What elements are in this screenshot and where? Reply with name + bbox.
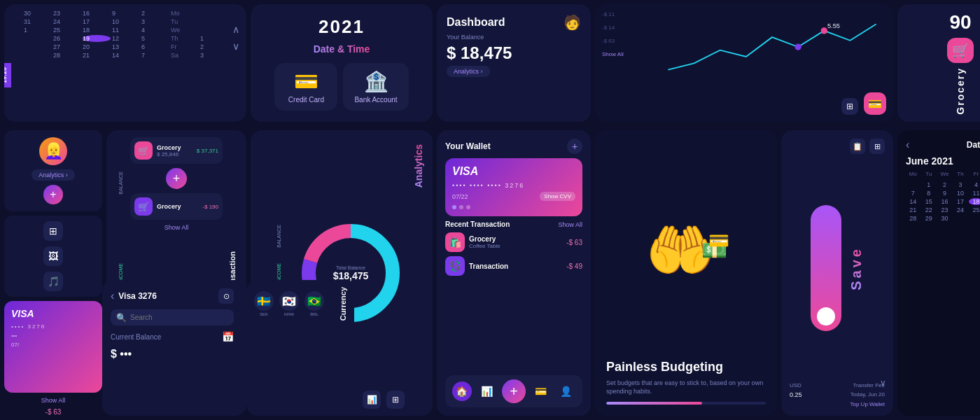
calendar-icon[interactable]: 📅 [222, 331, 234, 342]
line-chart-svg: 5.55 [630, 11, 893, 102]
currency-panel-partial: 🇸🇪 SEK 🇰🇷 KRW 🇧🇷 BRL Currency [246, 280, 354, 416]
visa3276-back[interactable]: ‹ [111, 290, 114, 302]
currency-title-label: Currency [339, 287, 347, 321]
txn-icon-1: 🛒 [134, 141, 153, 160]
analytics-title: Analytics [413, 144, 424, 188]
txn-amount-1: $ 37,371 [197, 148, 218, 154]
transfer-icon-1[interactable]: 📋 [850, 139, 865, 154]
txn-icon-2: 🛒 [134, 197, 153, 216]
chart-label-1: -$ 11 [602, 11, 624, 18]
txn-amount-2: -$ 190 [202, 204, 218, 210]
save-slider[interactable] [811, 205, 841, 331]
budgeting-panel: 🤲 💵 💳 Painless Budgeting Set budgets tha… [595, 130, 777, 416]
grocery-number: 90 [949, 11, 971, 34]
bottom-icon-2[interactable]: ⊞ [386, 391, 405, 409]
current-balance-label: Current Balance [111, 333, 161, 341]
dt-back-btn[interactable]: ‹ [906, 139, 909, 151]
txn-sub-1: $ 25,846 [157, 151, 192, 158]
chart-label-3: -$ 63 [602, 38, 624, 44]
bank-account-icon: 🏦 [364, 70, 388, 93]
nav-user[interactable]: 👤 [556, 382, 575, 401]
dt-month: June 2021 [906, 155, 953, 167]
nav-bar: 🏠 📊 + 💳 👤 [445, 375, 582, 407]
nav-icons-col: ⊞ 🖼 🎵 [4, 216, 102, 297]
transfer-icon-2[interactable]: ⊞ [869, 139, 885, 154]
grocery-panel: 90 🛒 Grocery [897, 4, 980, 122]
txn-row-icon-2: 💱 [445, 256, 465, 276]
balance-side-label: BALANCE [118, 172, 123, 195]
show-all-btn-txn[interactable]: Show All [130, 224, 223, 231]
credit-card-icon: 💳 [294, 70, 318, 93]
nav-card[interactable]: 💳 [531, 382, 551, 401]
card-number: •••• •••• •••• 3276 [452, 182, 575, 189]
add-wallet-btn[interactable]: + [567, 139, 582, 154]
datetime-label: Date & Time [314, 43, 370, 55]
today-date[interactable]: 18 [969, 198, 980, 205]
show-all-txn[interactable]: Show All [558, 221, 582, 228]
flag-brl: 🇧🇷 BRL [304, 291, 325, 316]
dashboard-panel: Dashboard 🧑 Your Balance $ 18,475 Analyt… [437, 4, 591, 122]
credit-card-button[interactable]: 💳 Credit Card [274, 63, 337, 111]
nav-icon-1[interactable]: ⊞ [43, 221, 63, 241]
svg-point-1 [821, 27, 827, 34]
budget-bar-fill [606, 402, 702, 405]
chart-panel: -$ 11 -$ 14 -$ 63 Show All 5.55 💳 ⊞ [595, 4, 893, 122]
bottom-icon-1[interactable]: 📊 [363, 391, 381, 409]
txn-name-1: Grocery [157, 144, 192, 151]
nav-home[interactable]: 🏠 [452, 382, 472, 401]
nav-icon-3[interactable]: 🎵 [43, 272, 63, 291]
add-transaction-btn[interactable]: + [166, 168, 187, 189]
bank-account-button[interactable]: 🏦 Bank Account [343, 63, 408, 111]
calendar-down-arrow[interactable]: ∨ [232, 41, 239, 52]
grid-icon: ⊞ [846, 102, 853, 111]
nav-chart[interactable]: 📊 [477, 382, 496, 401]
budgeting-desc: Set budgets that are easy to stick to, b… [606, 379, 766, 396]
txn-row-icon-1: 🛍️ [445, 232, 465, 252]
dt-title: Date & Time [967, 140, 980, 150]
balance-label-analytics: BALANCE [276, 225, 289, 248]
grocery-icon: 🛒 [947, 38, 974, 63]
txn-row-amount-1: -$ 63 [566, 239, 582, 246]
txn-row-2: 💱 Transaction -$ 49 [445, 256, 582, 276]
visa-mini-card: VISA •••• 3276 ••• 07/ [4, 301, 102, 393]
nav-icon-2[interactable]: 🖼 [43, 246, 63, 266]
visa3276-search[interactable] [111, 309, 234, 326]
nav-add[interactable]: + [502, 379, 526, 403]
user-avatar: 🧑 [564, 14, 581, 31]
calendar-up-arrow[interactable]: ∧ [232, 24, 239, 35]
current-balance-value: $ ••• [111, 348, 234, 360]
txn-name-2: Grocery [157, 203, 198, 210]
dashboard-lower-panel: Your Wallet + VISA •••• •••• •••• 3276 0… [437, 130, 591, 416]
show-all-chart[interactable]: Show All [602, 51, 624, 57]
txn-item-1: 🛒 Grocery $ 25,846 $ 37,371 [130, 137, 223, 164]
save-value: 0.25 [790, 391, 802, 398]
visa3276-title: Visa 3276 [118, 291, 157, 301]
slider-handle[interactable] [817, 307, 835, 326]
visa3276-panel: ‹ Visa 3276 ⊙ 🔍 Current Balance 📅 $ ••• [102, 280, 242, 416]
save-panel: 📋 ⊞ Save USD Transfer Fee 0.25 Today, Ju… [781, 130, 893, 416]
txn-row-name-1: Grocery [469, 235, 562, 243]
dropdown-chevron[interactable]: ∨ [880, 378, 886, 388]
time-badge: 19:20 [4, 67, 8, 83]
credit-card-label: Credit Card [288, 96, 324, 104]
calendar-widget: 19:20 30231692Mo 312417103Tu 12518114We … [4, 4, 246, 122]
wallet-label: Your Wallet [445, 141, 491, 151]
recent-txn-label: Recent Transaction [445, 220, 510, 228]
donut-label: Total Balance [333, 265, 369, 270]
visa3276-menu-icon[interactable]: ⊙ [218, 288, 234, 304]
balance-label: Your Balance [447, 34, 581, 41]
chart-label-2: -$ 14 [602, 24, 624, 31]
show-cvv-btn[interactable]: Show CVV [540, 192, 575, 201]
search-icon: 🔍 [116, 313, 127, 323]
analytics-badge-btn[interactable]: Analytics › [31, 169, 75, 181]
usd-label: USD [790, 382, 802, 388]
analytics-button[interactable]: Analytics › [447, 66, 490, 77]
grocery-title: Grocery [955, 67, 966, 115]
left-col-panel: 👱‍♀️ Analytics › + ⊞ 🖼 🎵 VISA •••• 3276 … [4, 130, 102, 416]
budget-progress-bar [606, 402, 766, 405]
add-circle-btn[interactable]: + [43, 185, 63, 204]
pink-card-icon: 💳 [868, 97, 882, 111]
show-all-link[interactable]: Show All [4, 397, 102, 404]
txn-item-2: 🛒 Grocery -$ 190 [130, 193, 223, 220]
dashboard-title: Dashboard [447, 16, 505, 29]
